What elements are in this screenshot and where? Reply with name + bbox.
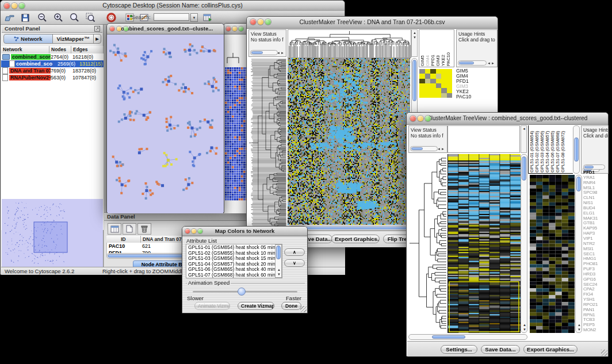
treeview2-window[interactable]: ClusterMaker TreeView : combined_scores_…	[406, 112, 609, 357]
network-view-titlebar[interactable]: combined_scores_good.txt--cluste...	[107, 24, 224, 35]
scroll-left-icon[interactable]: ◄	[277, 51, 280, 55]
network-overview-thumbnail[interactable]	[2, 199, 103, 267]
matrix-cell[interactable]	[419, 74, 425, 78]
matrix-cell[interactable]	[430, 79, 436, 83]
matrix-cell[interactable]	[425, 74, 431, 78]
tv2-genelabels-hscrollbar[interactable]	[583, 164, 605, 170]
matrix-cell[interactable]	[425, 79, 431, 83]
matrix-cell[interactable]	[430, 93, 436, 98]
zoom-window-icon[interactable]	[124, 26, 128, 31]
matrix-cell[interactable]	[441, 93, 447, 98]
network-row-selected[interactable]: combined_sco 2569(6) 13112(15)	[1, 60, 104, 67]
zoom-window-icon[interactable]	[265, 19, 271, 25]
float-panel-icon[interactable]	[94, 26, 100, 33]
scroll-right-icon[interactable]: ►	[441, 147, 445, 151]
tv2-collabels-vscrollbar[interactable]	[573, 125, 580, 174]
network-view-window[interactable]: combined_scores_good.txt--cluste...	[106, 23, 224, 213]
tv2-row-dendrogram[interactable]	[408, 154, 447, 333]
export-graphics-button[interactable]: Export Graphics...	[523, 345, 577, 354]
matrix-cell[interactable]	[419, 79, 425, 83]
tv1-column-dendrogram[interactable]	[288, 29, 411, 58]
zoom-window-icon[interactable]	[425, 116, 431, 121]
open-file-icon[interactable]	[3, 12, 17, 23]
matrix-cell[interactable]	[419, 83, 425, 88]
tv1-zoom-matrix[interactable]	[419, 69, 452, 98]
close-icon[interactable]	[110, 26, 114, 31]
network-view-canvas[interactable]	[108, 35, 223, 213]
scroll-up-icon[interactable]: ▲	[277, 268, 281, 271]
animate-vizmap-button[interactable]: Animate Vizmap	[194, 302, 230, 310]
minimize-icon[interactable]	[418, 116, 423, 121]
tv2-heatmap-hscrollbar[interactable]	[408, 334, 527, 340]
scroll-up-icon[interactable]: ▲	[577, 323, 581, 327]
matrix-cell[interactable]	[430, 88, 436, 93]
scroll-down-icon[interactable]: ▼	[413, 36, 416, 39]
matrix-cell[interactable]	[441, 79, 447, 83]
network-row[interactable]: DNA and Tran 07 769(0) 183728(0)	[1, 67, 104, 74]
scroll-left-icon[interactable]: ◄	[437, 147, 441, 151]
matrix-cell[interactable]	[441, 88, 447, 93]
matrix-cell[interactable]	[430, 83, 436, 88]
scroll-up-icon[interactable]: ▲	[413, 31, 416, 35]
tv2-column-dendrogram-area[interactable]	[447, 125, 520, 153]
matrix-cell[interactable]	[441, 83, 447, 88]
scroll-down-icon[interactable]: ▼	[577, 328, 581, 331]
zoom-fit-icon[interactable]	[67, 12, 81, 23]
help-lifering-icon[interactable]	[104, 12, 118, 23]
matrix-cell[interactable]	[419, 93, 425, 98]
network-row[interactable]: RNAPuberNov2+ 563(0) 107847(0)	[1, 74, 104, 81]
matrix-cell[interactable]	[436, 83, 442, 88]
scroll-up-icon[interactable]: ▲	[523, 323, 526, 327]
matrix-cell[interactable]	[419, 88, 425, 93]
treeview2-titlebar[interactable]: ClusterMaker TreeView : combined_scores_…	[407, 113, 608, 125]
attribute-list-item[interactable]: GPL51-07 (GSM868) heat shock 60 min	[188, 273, 274, 278]
matrix-cell[interactable]	[436, 69, 442, 74]
matrix-cell[interactable]	[425, 88, 431, 93]
minimize-icon[interactable]	[232, 26, 237, 31]
matrix-cell[interactable]	[447, 74, 453, 78]
scroll-right-icon[interactable]: ►	[281, 51, 284, 55]
attribute-browser-icon[interactable]	[201, 12, 215, 23]
matrix-cell[interactable]	[436, 88, 442, 93]
move-down-button[interactable]: ∨	[284, 259, 305, 267]
done-button[interactable]: Done	[281, 302, 301, 310]
gene-label[interactable]: MON2	[583, 328, 609, 333]
search-input[interactable]	[154, 13, 189, 21]
network-table-header[interactable]: Network Nodes Edges	[1, 46, 104, 54]
matrix-cell[interactable]	[441, 74, 447, 78]
scroll-left-icon[interactable]: ◄	[522, 127, 526, 131]
scroll-right-icon[interactable]: ►	[491, 62, 495, 65]
tv2-heatmap-vscrollbar[interactable]: ▲ ▼	[521, 154, 527, 333]
matrix-cell[interactable]	[419, 69, 425, 74]
new-attribute-icon[interactable]	[123, 223, 136, 235]
attribute-list[interactable]: GPL51-01 (GSM854) heat shock 05 minGPL51…	[186, 244, 282, 278]
tv2-status-hscrollbar[interactable]	[410, 146, 438, 151]
matrix-cell[interactable]	[425, 83, 431, 88]
scroll-down-icon[interactable]: ▼	[277, 273, 281, 276]
matrix-cell[interactable]	[436, 74, 442, 78]
create-vizmap-button[interactable]: Create Vizmap	[238, 302, 274, 310]
search-dropdown-icon[interactable]: ▼	[190, 13, 198, 22]
speed-slider-handle[interactable]	[238, 288, 246, 296]
tv2-mini-scroll-strip[interactable]: ◄	[521, 125, 527, 153]
matrix-cell[interactable]	[447, 88, 453, 93]
move-up-button[interactable]: ∧	[284, 248, 305, 256]
main-titlebar[interactable]: Cytoscape Desktop (Session Name: collins…	[1, 1, 345, 12]
tab-vizmapper[interactable]: VizMapper™	[52, 34, 94, 44]
minimize-icon[interactable]	[12, 3, 17, 9]
resize-grip[interactable]	[300, 306, 307, 312]
zoom-selected-icon[interactable]	[83, 12, 97, 23]
tv2-global-heatmap[interactable]	[447, 154, 521, 333]
matrix-cell[interactable]	[441, 69, 447, 74]
zoom-in-icon[interactable]	[51, 12, 65, 23]
zoom-window-icon[interactable]	[239, 26, 243, 31]
select-attributes-icon[interactable]	[108, 223, 121, 235]
tv1-global-heatmap[interactable]	[288, 58, 410, 225]
tab-network[interactable]: Network	[3, 34, 53, 44]
save-icon[interactable]	[18, 12, 32, 23]
close-icon[interactable]	[226, 26, 231, 31]
minimize-icon[interactable]	[117, 26, 121, 31]
matrix-cell[interactable]	[430, 69, 436, 74]
close-icon[interactable]	[250, 19, 256, 25]
matrix-cell[interactable]	[447, 93, 453, 98]
